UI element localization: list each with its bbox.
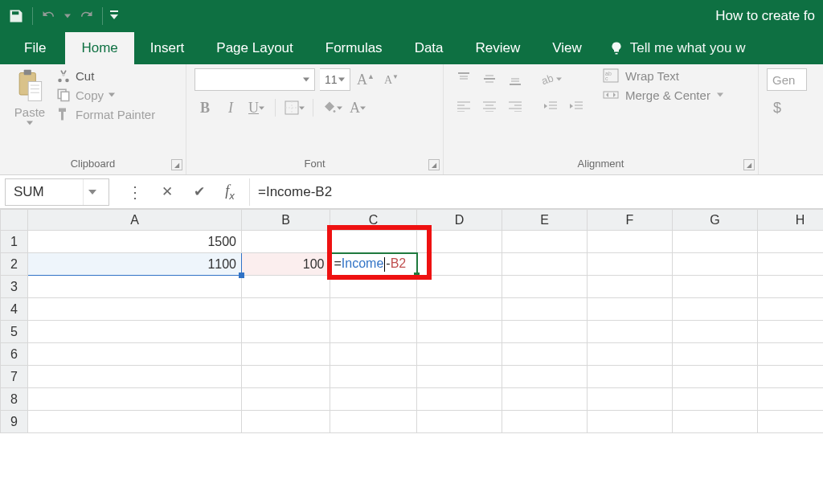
align-bottom-button[interactable] <box>503 68 527 89</box>
cell-B9[interactable] <box>242 411 330 433</box>
cancel-formula-button[interactable]: ✕ <box>151 178 183 206</box>
cell-A7[interactable] <box>28 366 242 388</box>
cell-G7[interactable] <box>673 366 758 388</box>
cell-B6[interactable] <box>242 343 330 366</box>
cell-B7[interactable] <box>242 366 330 388</box>
paste-button[interactable]: Paste <box>8 68 51 125</box>
range-handle-icon[interactable] <box>239 272 244 278</box>
name-box[interactable]: SUM <box>5 178 109 206</box>
increase-indent-button[interactable] <box>564 96 588 117</box>
col-header-B[interactable]: B <box>242 210 330 231</box>
cell-C3[interactable] <box>330 276 417 298</box>
cell-G4[interactable] <box>673 298 758 321</box>
cell-C7[interactable] <box>330 366 417 388</box>
spreadsheet-grid[interactable]: A B C D E F G H 1 1500 2 1100 100 =Incom… <box>0 209 823 433</box>
cell-H9[interactable] <box>758 411 824 433</box>
underline-button[interactable]: U <box>246 97 267 118</box>
cell-A2[interactable]: 1100 <box>28 253 242 276</box>
cell-D3[interactable] <box>417 276 502 298</box>
wrap-text-button[interactable]: abc Wrap Text <box>603 68 723 83</box>
row-header-8[interactable]: 8 <box>1 388 28 411</box>
cell-C1[interactable] <box>330 231 417 253</box>
number-format-combo[interactable]: Gen <box>767 68 807 91</box>
cell-A1[interactable]: 1500 <box>28 231 242 253</box>
cell-A8[interactable] <box>28 388 242 411</box>
cell-G6[interactable] <box>673 343 758 366</box>
cell-H1[interactable] <box>758 231 824 253</box>
cell-D6[interactable] <box>417 343 502 366</box>
cell-B4[interactable] <box>242 298 330 321</box>
row-header-1[interactable]: 1 <box>1 231 28 253</box>
cell-H4[interactable] <box>758 298 824 321</box>
cell-F3[interactable] <box>588 276 673 298</box>
cell-C5[interactable] <box>330 321 417 343</box>
cell-C2[interactable]: =Income-B2 <box>330 253 417 276</box>
cell-H6[interactable] <box>758 343 824 366</box>
cell-C6[interactable] <box>330 343 417 366</box>
align-right-button[interactable] <box>503 96 527 117</box>
cell-E6[interactable] <box>502 343 588 366</box>
cell-H8[interactable] <box>758 388 824 411</box>
cell-D7[interactable] <box>417 366 502 388</box>
cell-E8[interactable] <box>502 388 588 411</box>
row-header-5[interactable]: 5 <box>1 321 28 343</box>
cell-H7[interactable] <box>758 366 824 388</box>
cell-F1[interactable] <box>588 231 673 253</box>
redo-icon[interactable] <box>75 5 97 27</box>
cell-B2[interactable]: 100 <box>242 253 330 276</box>
row-header-4[interactable]: 4 <box>1 298 28 321</box>
cell-E4[interactable] <box>502 298 588 321</box>
borders-button[interactable] <box>284 97 305 118</box>
cell-F2[interactable] <box>588 253 673 276</box>
cell-F4[interactable] <box>588 298 673 321</box>
cell-C8[interactable] <box>330 388 417 411</box>
undo-icon[interactable] <box>38 5 60 27</box>
row-header-9[interactable]: 9 <box>1 411 28 433</box>
cell-G1[interactable] <box>673 231 758 253</box>
merge-center-button[interactable]: Merge & Center <box>603 88 723 102</box>
cell-E1[interactable] <box>502 231 588 253</box>
cell-B5[interactable] <box>242 321 330 343</box>
cell-F6[interactable] <box>588 343 673 366</box>
cell-D5[interactable] <box>417 321 502 343</box>
cell-A9[interactable] <box>28 411 242 433</box>
align-left-button[interactable] <box>452 96 476 117</box>
grow-font-button[interactable]: A▲ <box>355 69 376 90</box>
cell-G2[interactable] <box>673 253 758 276</box>
cell-E5[interactable] <box>502 321 588 343</box>
orientation-button[interactable]: ab <box>538 68 563 89</box>
expand-handle-icon[interactable]: ⋮ <box>119 178 151 206</box>
fill-handle-icon[interactable] <box>414 272 420 278</box>
tab-home[interactable]: Home <box>65 32 133 64</box>
format-painter-button[interactable]: Format Painter <box>56 107 155 121</box>
tab-review[interactable]: Review <box>460 32 537 64</box>
cell-D2[interactable] <box>417 253 502 276</box>
cut-button[interactable]: Cut <box>56 68 155 83</box>
cell-E7[interactable] <box>502 366 588 388</box>
cell-E3[interactable] <box>502 276 588 298</box>
cell-H5[interactable] <box>758 321 824 343</box>
font-launcher-icon[interactable]: ◢ <box>428 159 440 170</box>
col-header-C[interactable]: C <box>330 210 417 231</box>
tab-view[interactable]: View <box>536 32 598 64</box>
cell-H2[interactable] <box>758 253 824 276</box>
cell-D1[interactable] <box>417 231 502 253</box>
alignment-launcher-icon[interactable]: ◢ <box>743 159 755 170</box>
cell-G5[interactable] <box>673 321 758 343</box>
cell-E9[interactable] <box>502 411 588 433</box>
row-header-7[interactable]: 7 <box>1 366 28 388</box>
name-box-dropdown-icon[interactable] <box>83 179 100 205</box>
save-icon[interactable] <box>5 5 27 27</box>
row-header-6[interactable]: 6 <box>1 343 28 366</box>
font-name-combo[interactable] <box>194 68 315 91</box>
font-size-combo[interactable]: 11 <box>320 68 350 91</box>
tell-me-search[interactable]: Tell me what you w <box>598 32 757 64</box>
cell-F7[interactable] <box>588 366 673 388</box>
fill-color-button[interactable] <box>321 97 342 118</box>
cell-F5[interactable] <box>588 321 673 343</box>
cell-D8[interactable] <box>417 388 502 411</box>
col-header-D[interactable]: D <box>417 210 502 231</box>
italic-button[interactable]: I <box>220 97 241 118</box>
cell-B3[interactable] <box>242 276 330 298</box>
fx-icon[interactable]: fx <box>215 182 244 202</box>
